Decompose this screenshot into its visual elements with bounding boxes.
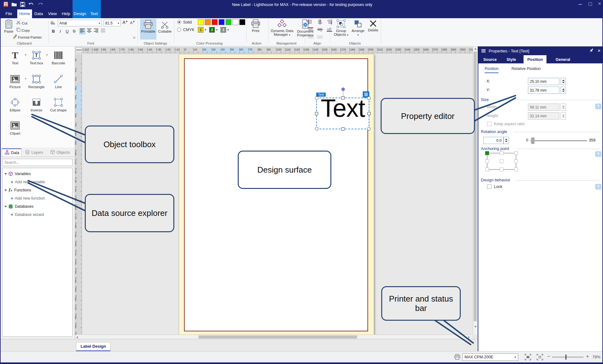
zoom-in-button[interactable]: + <box>586 354 589 359</box>
toolbox-item-rectangle[interactable]: Rectangle <box>26 74 46 89</box>
close-button[interactable]: × <box>598 2 601 6</box>
anchor-point-2-2[interactable] <box>514 168 518 171</box>
cuttable-toggle[interactable]: Cuttable <box>157 19 173 40</box>
anchor-point-0-1[interactable] <box>500 151 503 155</box>
cmyk-radio[interactable] <box>177 28 181 32</box>
scroll-right-arrow[interactable] <box>468 336 470 339</box>
hscroll-thumb[interactable] <box>198 335 357 339</box>
anchor-point-1-2[interactable] <box>514 159 518 163</box>
zoom-out-button[interactable]: − <box>547 354 550 359</box>
help-icon[interactable]: ? <box>595 184 601 190</box>
rotation-spinner[interactable] <box>503 137 509 144</box>
resize-handle-e[interactable] <box>367 112 371 115</box>
spot-color-swatch[interactable]: 2 <box>209 27 215 33</box>
scroll-up-arrow[interactable] <box>474 48 477 50</box>
printer-select-combo[interactable]: MAX CPM-200E▾ <box>462 353 518 361</box>
zoom-slider-track[interactable] <box>552 357 584 357</box>
toolbox-item-inverse[interactable]: Inverse <box>26 97 46 112</box>
format-painter-button[interactable]: Format Painter <box>13 35 42 39</box>
properties-tab-source[interactable]: Source <box>480 55 500 64</box>
rotation-handle[interactable] <box>341 88 345 91</box>
scroll-left-arrow[interactable] <box>76 336 78 339</box>
height-spinner[interactable] <box>561 112 566 120</box>
label-design-tab[interactable]: Label Design <box>76 342 111 351</box>
close-panel-icon[interactable]: × <box>598 48 600 54</box>
bold-button[interactable]: B <box>50 28 57 35</box>
resize-handle-nw[interactable] <box>315 96 318 100</box>
subtab-position[interactable]: Position <box>485 67 498 73</box>
anchor-point-0-2[interactable] <box>514 151 518 155</box>
align-bottom-icon[interactable] <box>327 27 332 33</box>
panel-tab-layers[interactable]: Layers <box>23 148 46 157</box>
horizontal-scrollbar[interactable] <box>75 335 472 339</box>
print-button[interactable]: Print <box>248 19 263 33</box>
justify-text-button[interactable] <box>100 28 106 35</box>
toolbox-item-cut-shape[interactable]: Cut shape <box>48 97 68 112</box>
vertical-scrollbar[interactable] <box>473 46 477 335</box>
paste-button[interactable]: Paste <box>3 19 15 33</box>
toolbox-item-line[interactable]: Line <box>48 74 68 89</box>
expander-icon[interactable] <box>4 173 7 175</box>
underline-button[interactable]: U <box>64 28 70 35</box>
help-icon[interactable]: ? <box>595 104 601 109</box>
tab-home[interactable]: Home <box>17 9 32 18</box>
expander-icon[interactable] <box>4 190 7 191</box>
color-swatch[interactable] <box>205 19 211 25</box>
dynamic-data-manager-button[interactable]: Dynamic Data Manager ▾ <box>270 19 294 36</box>
spot-color-swatch[interactable]: 3 <box>220 27 226 33</box>
tab-help[interactable]: Help <box>61 9 71 18</box>
resize-handle-n[interactable] <box>341 96 345 99</box>
tree-group-databases[interactable]: Databases <box>3 203 72 210</box>
align-top-icon[interactable] <box>308 27 313 33</box>
strikethrough-button[interactable]: S <box>71 28 77 35</box>
color-swatch[interactable] <box>219 19 225 25</box>
align-center-icon[interactable] <box>317 19 323 26</box>
zoom-slider-thumb[interactable] <box>565 355 567 360</box>
resize-handle-se[interactable] <box>367 127 371 131</box>
toolbox-item-barcode[interactable]: Barcode <box>48 50 68 65</box>
cut-button[interactable]: Cut <box>16 21 27 25</box>
font-dialog-launcher-icon[interactable]: ⇲ <box>133 36 135 39</box>
scroll-down-arrow[interactable] <box>474 326 477 328</box>
toolbox-item-clipart[interactable]: Clipart <box>5 120 25 136</box>
font-settings-icon[interactable]: a <box>50 21 55 26</box>
tree-group-variables[interactable]: Variables <box>3 170 72 178</box>
tab-design[interactable]: Design <box>73 9 87 18</box>
panel-tab-objects[interactable]: Objects <box>48 148 73 157</box>
vscroll-thumb[interactable] <box>474 51 477 321</box>
toolbox-item-ellipse[interactable]: Ellipse <box>5 97 25 112</box>
selected-text-object[interactable]: Text Text <box>317 98 369 129</box>
zoom-fit-selection-icon[interactable] <box>524 354 531 362</box>
keep-aspect-checkbox[interactable] <box>487 122 492 126</box>
design-surface[interactable]: Text Text <box>184 58 368 331</box>
x-input[interactable]: 25.10 mm <box>528 78 559 85</box>
grow-font-button[interactable]: A▲ <box>122 20 128 25</box>
group-objects-button[interactable]: Group Objects ▾ <box>332 19 350 36</box>
help-icon[interactable]: ? <box>595 151 601 157</box>
x-spinner[interactable] <box>561 78 566 85</box>
font-size-combo[interactable]: 81.5▾ <box>104 20 121 26</box>
align-right-icon[interactable] <box>327 19 332 26</box>
tab-file[interactable]: File <box>3 9 14 18</box>
properties-tab-general[interactable]: General <box>552 55 574 64</box>
tree-group-functions[interactable]: ƒxFunctions <box>3 186 72 194</box>
align-middle-icon[interactable] <box>317 27 323 33</box>
anchor-point-0-0[interactable] <box>485 151 489 155</box>
expander-icon[interactable] <box>4 206 7 207</box>
subtab-relative-position[interactable]: Relative Position <box>512 67 541 72</box>
color-swatch[interactable] <box>232 19 238 25</box>
copy-button[interactable]: Copy <box>16 28 30 32</box>
spot-color-caret-icon[interactable]: ▾ <box>216 28 218 31</box>
spot-color-swatch[interactable]: 1 <box>198 27 204 33</box>
anchor-point-2-0[interactable] <box>485 168 489 171</box>
resize-handle-s[interactable] <box>341 127 345 131</box>
zoom-fit-page-icon[interactable] <box>536 354 543 362</box>
width-input[interactable]: 56.11 mm <box>528 104 559 111</box>
rotation-input[interactable]: 0.0 <box>483 137 503 144</box>
distribute-horizontal-icon[interactable] <box>308 35 313 41</box>
toolbox-item-text-box[interactable]: TText box▼ <box>26 50 46 65</box>
align-text-right-button[interactable] <box>93 28 99 35</box>
toolbox-item-picture[interactable]: Picture▼ <box>5 74 25 89</box>
panel-tab-data[interactable]: Data <box>2 148 21 157</box>
solid-radio[interactable] <box>177 20 181 24</box>
